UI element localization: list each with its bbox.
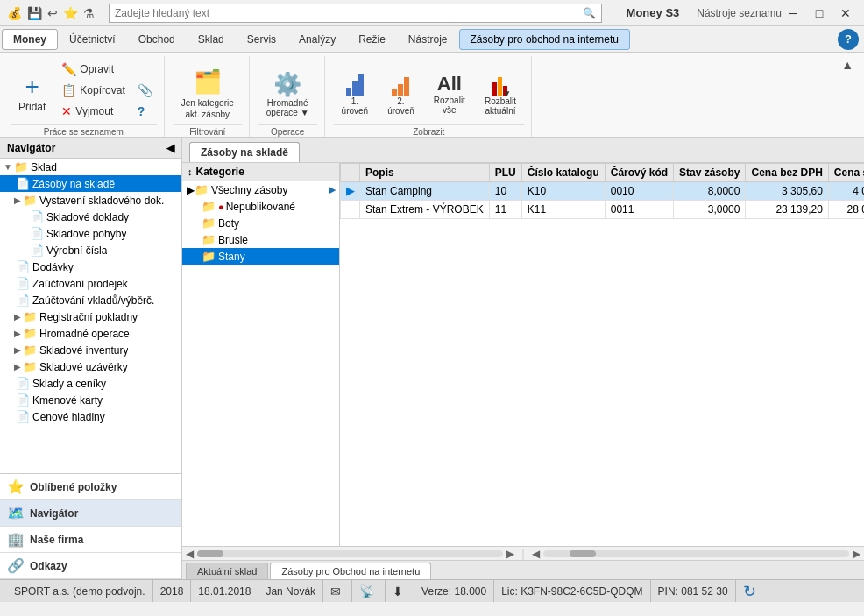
nepub-folder-icon: 📁 — [202, 200, 216, 213]
cat-item-nepublikovane[interactable]: 📁 ● Nepublikované — [182, 198, 339, 215]
horizontal-scrollbar[interactable]: ◀ ▶ | ◀ ▶ — [182, 546, 864, 560]
help-small-icon: ? — [138, 104, 145, 118]
scroll-sep: | — [521, 548, 524, 560]
menu-regime[interactable]: Režie — [347, 29, 397, 50]
sidebar-navigator[interactable]: 🗺️ Navigátor — [0, 500, 181, 527]
status-rss-icon[interactable]: 📡 — [352, 580, 386, 602]
sidebar-collapse-icon[interactable]: ◀ — [166, 142, 174, 154]
search-input[interactable] — [115, 7, 583, 19]
col-carovy[interactable]: Čárový kód — [605, 164, 673, 182]
level2-label: 2.úroveň — [387, 96, 414, 116]
undo-icon[interactable]: ↩ — [47, 6, 58, 20]
status-refresh-icon[interactable]: ↻ — [736, 580, 763, 602]
col-stav[interactable]: Stav zásoby — [674, 164, 746, 182]
sidebar-bottom: ⭐ Oblíbené položky 🗺️ Navigátor 🏢 Naše f… — [0, 473, 181, 579]
scroll-thumb-left[interactable] — [197, 550, 223, 557]
scroll-left2-btn[interactable]: ◀ — [532, 548, 540, 560]
col-plu[interactable]: PLU — [489, 164, 521, 182]
menu-service[interactable]: Servis — [236, 29, 287, 50]
ribbon-btn-kopirovat[interactable]: 📋 Kopírovat — [57, 81, 129, 100]
sidebar-item-zasoby[interactable]: 📄 Zásoby na skladě — [0, 175, 181, 192]
sort-icon[interactable]: ↕ — [188, 166, 193, 177]
menu-warehouse[interactable]: Sklad — [187, 29, 236, 50]
scroll-left-btn[interactable]: ◀ — [186, 548, 194, 560]
content-area: Zásoby na skladě ↕ Kategorie ▶ 📁 Všechny… — [182, 138, 864, 579]
cat-item-boty[interactable]: 📁 Boty — [182, 215, 339, 231]
table-row[interactable]: Stan Extrem - VÝROBEK 11 K11 0011 3,0000… — [341, 201, 865, 219]
row-cislo-1: K10 — [521, 182, 605, 201]
sidebar-item-hromadne[interactable]: ▶ 📁 Hromadné operace — [0, 325, 181, 342]
ribbon-btn-opravit[interactable]: ✏️ Opravit — [57, 60, 129, 79]
row-arrow-2 — [341, 201, 360, 219]
bottom-tab-aktualni[interactable]: Aktuální sklad — [186, 563, 268, 579]
cat-item-stany[interactable]: 📁 Stany — [182, 248, 339, 265]
minimize-button[interactable]: ─ — [782, 4, 804, 23]
vystaveni-arrow: ▶ — [14, 195, 21, 205]
ribbon-btn-hromadne[interactable]: ⚙️ Hromadnéoperace ▼ — [258, 67, 317, 121]
sidebar-oblibene[interactable]: ⭐ Oblíbené položky — [0, 474, 181, 500]
sidebar-item-sklad[interactable]: ▼ 📁 Sklad — [0, 159, 181, 175]
bottom-tab-zasoby[interactable]: Zásoby pro Obchod na internetu — [270, 563, 431, 579]
save-icon[interactable]: 💾 — [27, 6, 42, 20]
ribbon-btn-pridat[interactable]: + Přidat — [11, 67, 53, 121]
col-popis[interactable]: Popis — [360, 164, 490, 182]
sidebar-item-sklady[interactable]: 📄 Sklady a ceníky — [0, 375, 181, 392]
close-button[interactable]: ✕ — [834, 4, 857, 23]
help-button[interactable]: ? — [838, 29, 859, 50]
col-cena-s[interactable]: Cena s DPH — [828, 164, 864, 182]
sidebar-item-dodavky[interactable]: 📄 Dodávky — [0, 258, 181, 275]
status-download-icon[interactable]: ⬇ — [386, 580, 414, 602]
sidebar-item-vystaveni[interactable]: ▶ 📁 Vystavení skladového dok. — [0, 192, 181, 209]
sklady-label: Sklady a ceníky — [32, 378, 106, 390]
scroll-track-left[interactable] — [197, 550, 503, 557]
sidebar-item-inventury[interactable]: ▶ 📁 Skladové inventury — [0, 342, 181, 358]
status-envelope-icon[interactable]: ✉ — [323, 580, 352, 602]
menu-accounting[interactable]: Účetnictví — [58, 29, 127, 50]
ribbon-btn-rozbalit-vse[interactable]: All Rozbalitvše — [426, 67, 473, 121]
ribbon-btn-rozbalit-aktualni[interactable]: ▼ Rozbalitaktuální — [477, 67, 524, 121]
table-row[interactable]: ▶ Stan Camping 10 K10 0010 8,0000 3 305,… — [341, 182, 865, 201]
filter-icon[interactable]: ⚗ — [83, 6, 95, 20]
sidebar-item-doklady[interactable]: 📄 Skladové doklady — [0, 209, 181, 225]
table-header: Popis PLU Číslo katalogu Čárový kód Stav… — [341, 164, 865, 182]
sidebar-item-registracni[interactable]: ▶ 📁 Registrační pokladny — [0, 308, 181, 325]
scroll-right-btn[interactable]: ▶ — [506, 548, 514, 560]
tab-zasoby[interactable]: Zásoby na skladě — [189, 142, 300, 162]
table-area: ↕ Kategorie ▶ 📁 Všechny zásoby ▶ 📁 ● Ne — [182, 163, 864, 546]
ribbon-btn-level1[interactable]: 1.úroveň — [334, 67, 377, 121]
star-icon[interactable]: ⭐ — [63, 6, 78, 20]
maximize-button[interactable]: □ — [808, 4, 831, 23]
row-popis-1: Stan Camping — [360, 182, 490, 201]
ribbon-small-col: ✏️ Opravit 📋 Kopírovat ✕ Vyjmout — [57, 60, 129, 121]
sidebar-item-zauctovani-vk[interactable]: 📄 Zaúčtování vkladů/výběrč. — [0, 292, 181, 308]
search-box[interactable]: 🔍 — [109, 4, 602, 23]
ribbon-btn-jen-kategorie[interactable]: 🗂️ Jen kategorieakt. zásoby — [174, 67, 242, 121]
sidebar-item-pohyby[interactable]: 📄 Skladové pohyby — [0, 225, 181, 242]
scroll-track-right[interactable] — [543, 550, 849, 557]
col-cislo[interactable]: Číslo katalogu — [521, 164, 605, 182]
ribbon-btn-help[interactable]: ? — [133, 102, 157, 121]
rozbalit-vse-label: Rozbalitvše — [434, 96, 465, 115]
ribbon-btn-paperclip[interactable]: 📎 — [133, 81, 157, 100]
sidebar-item-uzaverky[interactable]: ▶ 📁 Skladové uzávěrky — [0, 358, 181, 375]
sidebar-item-zauctovani-prod[interactable]: 📄 Zaúčtování prodejek — [0, 275, 181, 292]
sidebar-nase-firma[interactable]: 🏢 Naše firma — [0, 527, 181, 553]
scroll-right2-btn[interactable]: ▶ — [853, 548, 860, 560]
sidebar-odkazy[interactable]: 🔗 Odkazy — [0, 553, 181, 579]
col-cena-bez[interactable]: Cena bez DPH — [746, 164, 828, 182]
menu-money[interactable]: Money — [2, 29, 58, 50]
cat-item-vsechny[interactable]: ▶ 📁 Všechny zásoby ▶ — [182, 181, 339, 198]
data-panel: Popis PLU Číslo katalogu Čárový kód Stav… — [340, 163, 864, 546]
scroll-thumb-right[interactable] — [570, 550, 596, 557]
ribbon-collapse-button[interactable]: ▲ — [834, 56, 860, 137]
sidebar-item-cenove[interactable]: 📄 Cenové hladiny — [0, 408, 181, 425]
menu-trade[interactable]: Obchod — [127, 29, 187, 50]
sidebar-item-kmenove[interactable]: 📄 Kmenové karty — [0, 392, 181, 408]
menu-internet[interactable]: Zásoby pro obchod na internetu — [459, 29, 630, 50]
menu-analysis[interactable]: Analýzy — [287, 29, 347, 50]
ribbon-btn-vyjmout[interactable]: ✕ Vyjmout — [57, 102, 129, 121]
cat-item-brusle[interactable]: 📁 Brusle — [182, 231, 339, 248]
ribbon-btn-level2[interactable]: 2.úroveň — [379, 67, 422, 121]
sidebar-item-vyrobni[interactable]: 📄 Výrobní čísla — [0, 242, 181, 258]
menu-tools[interactable]: Nástroje — [397, 29, 459, 50]
